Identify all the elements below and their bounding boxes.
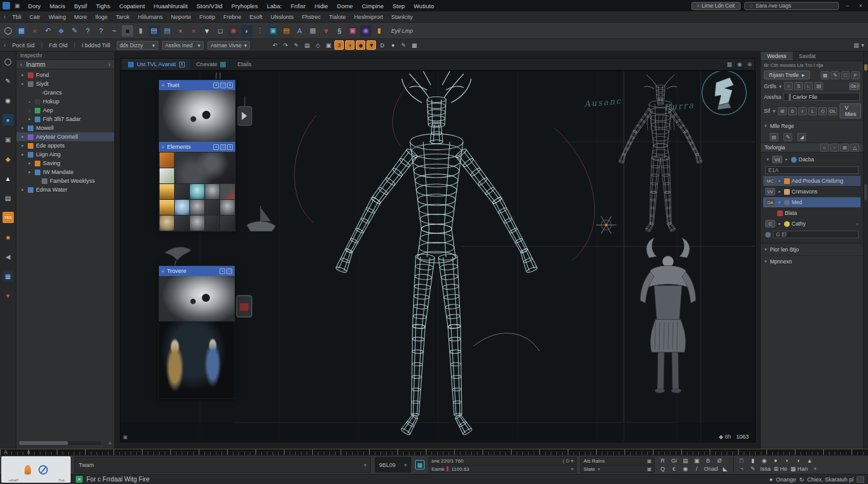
expand-arrow-icon[interactable]: ▸ <box>27 161 32 166</box>
checker-btn-icon[interactable]: □ <box>841 71 850 79</box>
display-icon[interactable]: ◉ <box>3 95 14 106</box>
menu2-tialote[interactable]: Tialote <box>329 14 346 20</box>
dropdown-dizzy[interactable]: dds Dizzy▾ <box>117 41 158 50</box>
lung-icon[interactable]: ◉ <box>360 25 372 37</box>
stack-e1a[interactable]: E1A <box>763 165 860 175</box>
viewer-panel-titlebar[interactable]: ≡ Tiuet ▪ □ × <box>159 80 235 90</box>
zero-icon[interactable]: 0 <box>788 107 797 115</box>
slab-icon[interactable]: ▣ <box>324 40 333 50</box>
expand-arrow-icon[interactable]: ▸ <box>20 125 25 130</box>
expand-arrow-icon[interactable]: ▸ <box>20 152 25 157</box>
element-thumb-14[interactable] <box>205 216 220 231</box>
auto-key-toggle[interactable]: ▦ <box>415 460 425 470</box>
panel-max-icon[interactable]: □ <box>220 144 226 150</box>
ol-icon[interactable]: OL <box>828 107 837 115</box>
outliner-scrollbar[interactable] <box>19 441 101 445</box>
euro-icon[interactable]: € <box>670 465 678 473</box>
tree-item-saving[interactable]: ▸Saving <box>16 159 114 168</box>
help-alt-icon[interactable]: ? <box>95 25 107 37</box>
onad-button[interactable]: Onad <box>704 465 718 473</box>
collapse-icon[interactable]: ‹ <box>4 42 6 49</box>
expand-arrow-icon[interactable]: ▸ <box>20 143 25 148</box>
refresh-icon[interactable]: ↻ <box>799 476 804 483</box>
grid2-icon[interactable]: ▩ <box>409 40 419 50</box>
uv-editor-icon[interactable]: ▤ <box>148 25 160 37</box>
tree-item-iw-mandate[interactable]: ▸IW Mandate <box>16 168 114 176</box>
more-icon[interactable]: ⋮ <box>254 25 266 37</box>
menu-ston-v3id[interactable]: Ston/V3id <box>196 3 222 9</box>
folder-icon[interactable]: ■ <box>3 231 14 243</box>
panel-pin-icon[interactable]: ▪ <box>220 268 225 274</box>
truck-icon[interactable]: ▣ <box>3 134 14 145</box>
spray-icon[interactable]: ▮ <box>373 25 385 37</box>
scene-range-field[interactable]: sne 220/1 760 ( D ▾ <box>428 457 577 464</box>
expand-arrow-icon[interactable]: ▸ <box>784 157 789 162</box>
outliner-tab[interactable]: Inspecthr <box>16 52 114 60</box>
undo-icon[interactable]: ↶ <box>42 25 54 37</box>
timeline-ruler[interactable] <box>0 449 868 455</box>
frame-select[interactable]: 9BL09 ▾ <box>375 457 411 473</box>
panel-close-icon[interactable]: × <box>227 144 233 150</box>
browser-panel-titlebar[interactable]: ≡ Trovere ▪ □ <box>159 266 235 276</box>
element-thumb-11[interactable] <box>160 216 174 231</box>
rig-icon[interactable]: R <box>659 457 667 464</box>
search-icon[interactable]: ◯ <box>3 55 14 67</box>
tree-item-mowell[interactable]: ▸Mowell <box>16 124 114 132</box>
pin-icon[interactable]: ◆ <box>56 25 67 37</box>
stack-med[interactable]: DA▸Med <box>763 197 860 207</box>
elements-preview-image[interactable] <box>175 153 235 183</box>
dropdown-vivse[interactable]: Asmae Vivse▾ <box>208 41 250 50</box>
expand-arrow-icon[interactable]: ▸ <box>20 81 25 86</box>
section-merge[interactable]: ▾ Mlle Rege <box>761 120 863 132</box>
grid-view-icon[interactable]: ▦ <box>727 61 732 67</box>
angle-icon[interactable]: ∟ <box>804 82 813 90</box>
expand-arrow-icon[interactable]: ▸ <box>777 178 782 183</box>
panel-max-icon[interactable]: □ <box>220 83 226 88</box>
minimize-button[interactable]: – <box>843 3 852 9</box>
dia-icon[interactable]: ◇ <box>818 107 827 115</box>
menu2-ulsslonts[interactable]: Ulsslonts <box>271 14 294 20</box>
select-object-icon[interactable]: ◯ <box>3 25 14 37</box>
bell-icon[interactable]: ◉ <box>681 465 689 473</box>
slate-dropdown[interactable]: Slate ▾ ▣ <box>580 465 655 473</box>
stamp-icon[interactable]: ▼ <box>201 25 213 37</box>
s-icon[interactable]: S <box>794 82 803 90</box>
tab-wedess[interactable]: Wedess <box>761 52 793 60</box>
gi-icon[interactable]: Gi <box>670 457 678 464</box>
tri-btn-icon[interactable]: △ <box>850 144 859 152</box>
paint-btn-icon[interactable]: ✎ <box>831 71 840 79</box>
panel-icon[interactable]: ▦ <box>307 25 319 37</box>
pen2-icon[interactable]: ✎ <box>291 40 301 50</box>
name-input[interactable]: Twam ▾ <box>74 457 371 473</box>
doc-icon[interactable]: ▤ <box>3 192 14 204</box>
expand-arrow-icon[interactable]: ○ <box>27 108 32 113</box>
tab-avatar[interactable]: Ust TVL Avanat8 <box>123 59 190 70</box>
expand-arrow-icon[interactable]: ▸ <box>20 72 25 78</box>
diamond-icon[interactable]: ◇ <box>313 40 322 50</box>
search-box[interactable]: ◌ Sara Ave Uags <box>744 2 839 10</box>
tree-item-siydt[interactable]: ▸Siydt <box>16 79 114 88</box>
phone-icon[interactable]: ▮ <box>749 457 757 464</box>
outliner-header[interactable]: ‹ Inamm › <box>16 60 114 69</box>
panel-close-icon[interactable]: × <box>227 83 233 88</box>
bone-icon[interactable]: § <box>334 25 345 37</box>
menu-dory[interactable]: Dory <box>28 3 41 9</box>
group-pocit[interactable]: Pocit Sid <box>9 42 37 49</box>
brush-icon[interactable]: ✎ <box>69 25 80 37</box>
viewport-canvas[interactable]: Ausanc Burra ≡ Tiuet ▪ □ × <box>120 71 756 442</box>
character-icon[interactable]: A <box>294 25 305 37</box>
menu2-fnotip[interactable]: Fnotip <box>199 14 215 20</box>
han-label[interactable]: ▦ Han <box>790 465 808 473</box>
section-mam[interactable]: ▾ Mpnnexn <box>761 255 863 267</box>
stack-aed[interactable]: MC▸Aed Predua Cristbrng <box>763 176 860 186</box>
layers-icon[interactable]: ▤ <box>161 25 173 37</box>
redo2-icon[interactable]: ↷ <box>281 40 290 50</box>
grid-btn-icon[interactable]: ▦ <box>821 71 830 79</box>
menu-step[interactable]: Step <box>392 3 405 9</box>
mountain-icon[interactable]: ▲ <box>806 457 814 464</box>
skin-icon[interactable]: ▣ <box>347 25 358 37</box>
menu2-stanlcity[interactable]: Stanlcity <box>391 14 413 20</box>
tree-item-fambet-weeklyss[interactable]: Fambet Weeklyss <box>16 176 114 185</box>
tree-item-fith-sadar[interactable]: ▸Fith 3lli7 Sadar <box>16 115 114 124</box>
compass-icon[interactable] <box>38 465 48 475</box>
